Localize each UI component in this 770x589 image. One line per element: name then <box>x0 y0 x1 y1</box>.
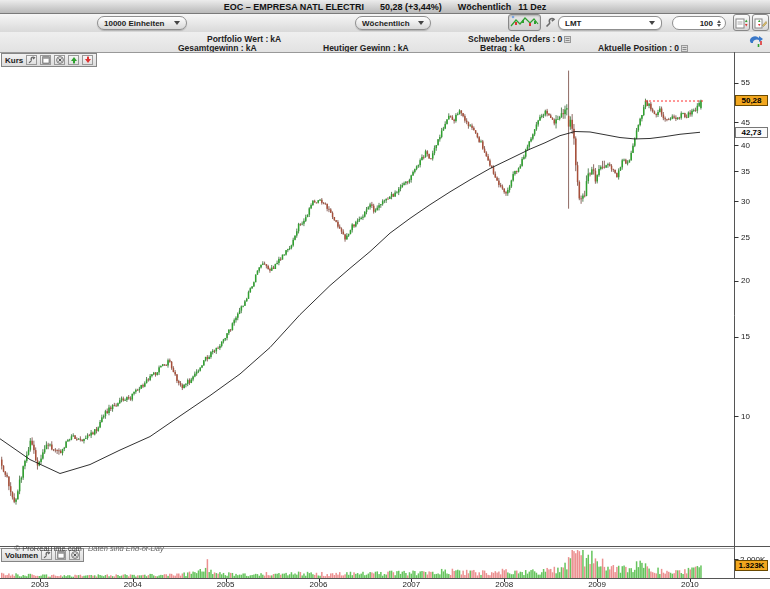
title-symbol: EOC – EMPRESA NATL ELECTRI <box>224 2 364 12</box>
price-tick-label: 30 <box>741 197 750 206</box>
detach-window-icon[interactable] <box>40 55 51 65</box>
chevron-down-icon <box>649 21 655 25</box>
watermark: © ProRealTime.comDaten sind End-of-Day <box>2 535 164 562</box>
quantity-value: 100 <box>700 19 713 28</box>
price-chart-canvas[interactable] <box>0 52 770 589</box>
orders-list-icon <box>735 16 748 29</box>
title-period: Wöchentlich <box>458 2 512 12</box>
order-type-label: LMT <box>565 19 581 28</box>
year-tick-label: 2004 <box>124 580 142 589</box>
year-tick-label: 2007 <box>402 580 420 589</box>
year-tick-label: 2006 <box>310 580 328 589</box>
account-bar: Portfolio Wert : kA Schwebende Orders : … <box>0 32 770 53</box>
timeframe-dropdown[interactable]: Wöchentlich <box>355 16 431 30</box>
price-tick-label: 10 <box>741 412 750 421</box>
chevron-down-icon <box>174 21 180 25</box>
chart-type-button[interactable] <box>508 14 541 31</box>
year-tick-label: 2010 <box>681 580 699 589</box>
price-tick-label: 55 <box>741 78 750 87</box>
price-tick-label: 45 <box>741 118 750 127</box>
candlestick-chart-icon <box>510 15 539 28</box>
list-mini-icon[interactable] <box>681 45 688 52</box>
title-bar[interactable]: EOC – EMPRESA NATL ELECTRI 50,28 (+3,44%… <box>0 0 770 14</box>
list-mini-icon[interactable] <box>564 36 571 43</box>
refresh-icon[interactable] <box>748 35 765 49</box>
chevron-down-icon <box>418 21 424 25</box>
price-panel-tab[interactable]: Kurs <box>1 53 97 67</box>
close-icon[interactable] <box>54 55 65 65</box>
main-toolbar: 10000 Einheiten Wöchentlich LMT 100 <box>0 14 770 33</box>
units-dropdown[interactable]: 10000 Einheiten <box>97 16 187 30</box>
price-tick-label: 15 <box>741 332 750 341</box>
sell-arrow-icon[interactable] <box>82 55 93 65</box>
price-tick-label: 40 <box>741 141 750 150</box>
order-type-dropdown[interactable]: LMT <box>558 16 662 30</box>
price-tick-label: 35 <box>741 167 750 176</box>
time-axis[interactable]: 20032004200520062007200820092010 <box>0 578 734 589</box>
year-tick-label: 2003 <box>31 580 49 589</box>
buy-arrow-icon[interactable] <box>68 55 79 65</box>
title-date: 11 Dez <box>518 2 546 12</box>
timeframe-dropdown-label: Wöchentlich <box>362 19 410 28</box>
app-window: EOC – EMPRESA NATL ELECTRI 50,28 (+3,44%… <box>0 0 770 589</box>
modify-orders-button[interactable] <box>752 14 769 31</box>
orders-list-button[interactable] <box>733 14 750 31</box>
wrench-icon[interactable] <box>544 16 557 29</box>
year-tick-label: 2005 <box>217 580 235 589</box>
price-panel-title: Kurs <box>5 56 23 65</box>
price-axis[interactable]: 554540353025201510 <box>734 52 770 579</box>
price-tick-label: 25 <box>741 233 750 242</box>
quantity-stepper[interactable] <box>717 20 721 27</box>
price-tick-label: 20 <box>741 276 750 285</box>
year-tick-label: 2008 <box>495 580 513 589</box>
chart-area: Kurs Volumen © ProRealTime.comDaten sind… <box>0 52 770 589</box>
title-quote: 50,28 (+3,44%) <box>380 2 442 12</box>
edit-orders-icon <box>754 16 767 29</box>
watermark-note: Daten sind End-of-Day <box>88 544 164 553</box>
quantity-field[interactable]: 100 <box>672 16 726 30</box>
wrench-icon[interactable] <box>26 55 37 65</box>
units-dropdown-label: 10000 Einheiten <box>104 19 164 28</box>
year-tick-label: 2009 <box>588 580 606 589</box>
watermark-brand: © ProRealTime.com <box>15 544 82 553</box>
